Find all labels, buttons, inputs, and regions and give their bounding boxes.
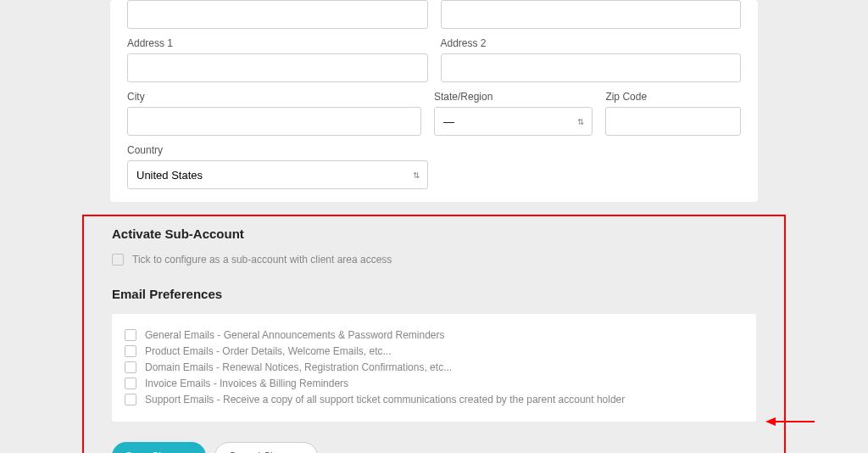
zip-label: Zip Code (605, 91, 741, 103)
state-label: State/Region (434, 91, 593, 103)
pref-invoice-checkbox[interactable] (125, 378, 136, 389)
address1-label: Address 1 (127, 37, 428, 49)
pref-invoice-label: Invoice Emails - Invoices & Billing Remi… (145, 378, 348, 389)
pref-support-label: Support Emails - Receive a copy of all s… (145, 394, 625, 405)
email-prefs-title: Email Preferences (112, 287, 756, 301)
address2-label: Address 2 (441, 37, 742, 49)
pref-product-checkbox[interactable] (125, 345, 136, 357)
city-label: City (127, 91, 421, 103)
subaccount-checkbox[interactable] (112, 254, 124, 266)
pref-domain-checkbox[interactable] (125, 361, 136, 373)
pref-product-label: Product Emails - Order Details, Welcome … (145, 345, 392, 357)
subaccount-checkbox-label: Tick to configure as a sub-account with … (132, 254, 392, 266)
highlighted-section: Activate Sub-Account Tick to configure a… (82, 215, 786, 453)
top-input-left[interactable] (127, 0, 428, 29)
pref-domain-label: Domain Emails - Renewal Notices, Registr… (145, 361, 452, 373)
pref-general-label: General Emails - General Announcements &… (145, 329, 445, 341)
state-select[interactable]: — (434, 107, 593, 136)
top-input-right[interactable] (441, 0, 742, 29)
country-label: Country (127, 144, 428, 156)
save-button[interactable]: Save Changes (112, 442, 206, 453)
address-card: Address 1 Address 2 City State/Region — … (110, 0, 758, 202)
arrow-annotation-icon (765, 413, 816, 430)
subaccount-title: Activate Sub-Account (112, 226, 756, 241)
cancel-button[interactable]: Cancel Changes (214, 442, 319, 453)
pref-support-checkbox[interactable] (125, 394, 136, 405)
svg-marker-1 (765, 417, 776, 426)
zip-input[interactable] (605, 107, 741, 136)
address2-input[interactable] (441, 53, 742, 82)
country-select[interactable]: United States (127, 160, 428, 189)
address1-input[interactable] (127, 53, 428, 82)
city-input[interactable] (127, 107, 421, 136)
email-prefs-card: General Emails - General Announcements &… (112, 314, 756, 422)
pref-general-checkbox[interactable] (125, 329, 136, 341)
